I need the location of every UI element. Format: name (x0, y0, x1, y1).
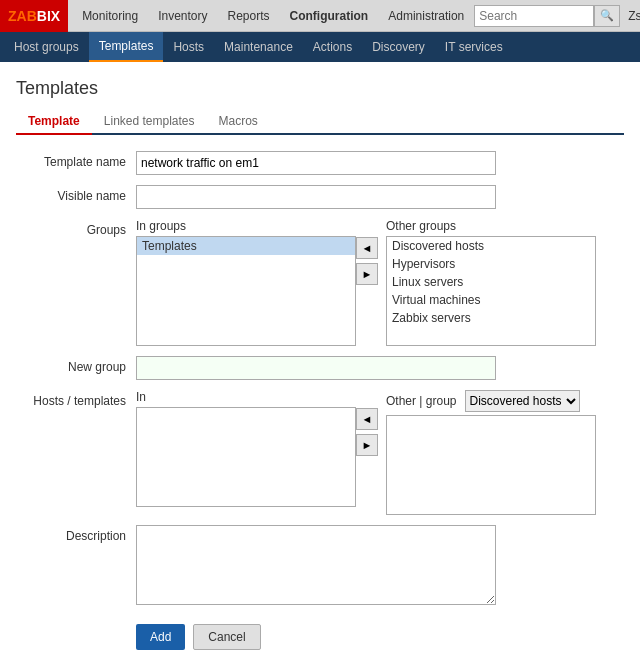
in-groups-section: In groups Templates (136, 219, 356, 346)
template-name-label: Template name (16, 151, 136, 169)
subnav-maintenance[interactable]: Maintenance (214, 32, 303, 62)
nav-configuration[interactable]: Configuration (280, 0, 379, 32)
groups-row: Groups In groups Templates ◄ ► Other gro… (16, 219, 624, 346)
cancel-button[interactable]: Cancel (193, 624, 260, 650)
visible-name-control (136, 185, 624, 209)
groups-arrows: ◄ ► (356, 219, 378, 285)
subnav-hosts[interactable]: Hosts (163, 32, 214, 62)
groups-label: Groups (16, 219, 136, 237)
hosts-other-section: Other | group Discovered hosts Hyperviso… (386, 390, 596, 515)
in-groups-label: In groups (136, 219, 356, 233)
sub-nav: Host groups Templates Hosts Maintenance … (0, 32, 640, 62)
description-textarea[interactable] (136, 525, 496, 605)
form-buttons: Add Cancel (136, 624, 624, 650)
tab-template[interactable]: Template (16, 109, 92, 135)
form: Template name Visible name Groups In gro… (16, 151, 624, 650)
description-label: Description (16, 525, 136, 543)
tabs: Template Linked templates Macros (16, 109, 624, 135)
hosts-arrow-left-button[interactable]: ◄ (356, 408, 378, 430)
hosts-other-label: Other | group (386, 394, 457, 408)
hosts-templates-label: Hosts / templates (16, 390, 136, 408)
subnav-host-groups[interactable]: Host groups (4, 32, 89, 62)
add-button[interactable]: Add (136, 624, 185, 650)
other-group-hypervisors[interactable]: Hypervisors (387, 255, 595, 273)
new-group-row: New group (16, 356, 624, 380)
page-title: Templates (16, 78, 624, 99)
other-group-zabbix-servers[interactable]: Zabbix servers (387, 309, 595, 327)
nav-reports[interactable]: Reports (218, 0, 280, 32)
search-button[interactable]: 🔍 (594, 5, 620, 27)
other-groups-label: Other groups (386, 219, 596, 233)
hosts-other-list[interactable] (386, 415, 596, 515)
tab-linked-templates[interactable]: Linked templates (92, 109, 207, 133)
description-control (136, 525, 624, 608)
nav-monitoring[interactable]: Monitoring (72, 0, 148, 32)
search-input[interactable] (474, 5, 594, 27)
in-group-item-templates[interactable]: Templates (137, 237, 355, 255)
subnav-it-services[interactable]: IT services (435, 32, 513, 62)
hosts-arrow-right-button[interactable]: ► (356, 434, 378, 456)
subnav-templates[interactable]: Templates (89, 32, 164, 62)
template-name-row: Template name (16, 151, 624, 175)
visible-name-row: Visible name (16, 185, 624, 209)
arrow-right-button[interactable]: ► (356, 263, 378, 285)
template-name-control (136, 151, 624, 175)
hosts-in-list[interactable] (136, 407, 356, 507)
nav-administration[interactable]: Administration (378, 0, 474, 32)
visible-name-input[interactable] (136, 185, 496, 209)
new-group-label: New group (16, 356, 136, 374)
subnav-actions[interactable]: Actions (303, 32, 362, 62)
user-avatar[interactable]: Zs (620, 9, 640, 23)
nav-inventory[interactable]: Inventory (148, 0, 217, 32)
other-group-linux-servers[interactable]: Linux servers (387, 273, 595, 291)
other-groups-list[interactable]: Discovered hosts Hypervisors Linux serve… (386, 236, 596, 346)
other-groups-section: Other groups Discovered hosts Hypervisor… (386, 219, 596, 346)
top-nav-links: Monitoring Inventory Reports Configurati… (72, 0, 474, 32)
groups-container: In groups Templates ◄ ► Other groups Dis… (136, 219, 624, 346)
hosts-arrows: ◄ ► (356, 390, 378, 456)
logo: ZABBIX (0, 0, 68, 32)
page-content: Templates Template Linked templates Macr… (0, 62, 640, 657)
hosts-other-group-select[interactable]: Discovered hosts Hypervisors Linux serve… (465, 390, 580, 412)
hosts-container: In ◄ ► Other | group Discovered hosts Hy… (136, 390, 624, 515)
template-name-input[interactable] (136, 151, 496, 175)
other-group-discovered-hosts[interactable]: Discovered hosts (387, 237, 595, 255)
visible-name-label: Visible name (16, 185, 136, 203)
new-group-control (136, 356, 624, 380)
hosts-in-section: In (136, 390, 356, 507)
top-nav-search: 🔍 (474, 5, 620, 27)
hosts-other-label-row: Other | group Discovered hosts Hyperviso… (386, 390, 596, 412)
hosts-templates-row: Hosts / templates In ◄ ► Other | group (16, 390, 624, 515)
subnav-discovery[interactable]: Discovery (362, 32, 435, 62)
hosts-in-label: In (136, 390, 356, 404)
new-group-input[interactable] (136, 356, 496, 380)
arrow-left-button[interactable]: ◄ (356, 237, 378, 259)
description-row: Description (16, 525, 624, 608)
in-groups-list[interactable]: Templates (136, 236, 356, 346)
tab-macros[interactable]: Macros (207, 109, 270, 133)
other-group-virtual-machines[interactable]: Virtual machines (387, 291, 595, 309)
top-nav: ZABBIX Monitoring Inventory Reports Conf… (0, 0, 640, 32)
